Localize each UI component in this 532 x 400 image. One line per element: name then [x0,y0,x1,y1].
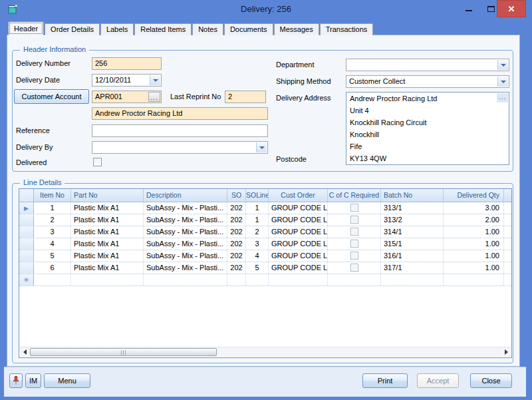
row-selector[interactable] [19,250,34,262]
col-cofc-required[interactable]: C of C Required [328,189,381,202]
address-lookup-icon[interactable]: ... [497,93,508,102]
delivery-address-label: Delivery Address [276,94,331,102]
col-so-line[interactable]: SOLine [246,189,269,202]
row-selector[interactable]: ✳ [19,274,34,286]
close-icon: ✕ [508,4,515,14]
delivery-number-field[interactable]: 256 [92,57,162,70]
tab-order-details[interactable]: Order Details [45,23,100,35]
close-button[interactable]: Close [470,373,512,388]
close-window-button[interactable]: ✕ [497,0,526,17]
table-row[interactable]: 3 Plastic Mix A1 SubAssy - Mix - Plasti.… [19,226,511,238]
line-details-grid: Item No Part No Description SO SOLine Cu… [19,188,512,358]
tab-header[interactable]: Header [8,21,44,35]
tab-related-items[interactable]: Related Items [134,23,192,35]
menu-button[interactable]: Menu [44,373,90,388]
col-batch-no[interactable]: Batch No [381,189,444,202]
delivered-label: Delivered [16,158,47,166]
scroll-left-icon[interactable] [20,347,29,357]
new-row-icon: ✳ [23,276,29,284]
delivery-date-field[interactable]: 12/10/2011 [92,74,162,87]
tab-labels[interactable]: Labels [100,23,134,35]
reference-field[interactable] [92,124,268,137]
group-title: Header Information [20,45,89,53]
customer-name-field[interactable]: Andrew Proctor Racing Ltd [92,107,268,120]
reference-label: Reference [16,126,50,134]
address-line: Knockhill [346,128,509,140]
table-row[interactable]: 5 Plastic Mix A1 SubAssy - Mix - Plasti.… [19,250,511,262]
shipping-method-label: Shipping Method [276,77,331,85]
row-selector[interactable] [19,214,34,226]
address-line: Fife [346,140,509,152]
maximize-icon [487,6,495,12]
cofc-checkbox[interactable] [350,240,358,248]
row-selector-header [19,189,34,202]
row-selector[interactable] [19,262,34,274]
last-reprint-label: Last Reprint No [170,93,221,100]
row-selector[interactable] [19,226,34,238]
cofc-checkbox[interactable] [350,264,358,272]
delivery-window: Delivery: 256 ✕ Header Order Details Lab… [0,0,532,400]
minimize-icon [466,10,472,11]
scrollbar-thumb[interactable] [30,348,217,356]
pushpin-icon [12,375,20,385]
account-lookup-icon[interactable]: ... [148,92,160,102]
current-row-arrow-icon: ▶ [24,205,29,212]
cofc-checkbox[interactable] [350,216,358,224]
accept-button: Accept [417,373,459,388]
col-item-no[interactable]: Item No [34,189,71,202]
row-selector[interactable] [19,238,34,250]
table-row[interactable]: 4 Plastic Mix A1 SubAssy - Mix - Plasti.… [19,238,511,250]
horizontal-scrollbar[interactable] [20,347,511,357]
address-line: Knockhill Racing Circuit [346,116,509,128]
table-row[interactable]: 2 Plastic Mix A1 SubAssy - Mix - Plasti.… [19,214,511,226]
table-row[interactable]: ▶ 1 Plastic Mix A1 SubAssy - Mix - Plast… [19,202,511,214]
scroll-right-icon[interactable] [501,347,511,357]
col-delivered-qty[interactable]: Delivered Qty [444,189,504,202]
group-title: Line Details [20,178,65,186]
address-line: KY13 4QW [346,152,509,164]
chevron-down-icon[interactable] [256,142,267,152]
delivery-number-label: Delivery Number [16,59,70,67]
col-part-no[interactable]: Part No [71,189,144,202]
print-button[interactable]: Print [362,373,408,388]
department-field[interactable] [346,59,509,71]
new-row[interactable]: ✳ [19,274,511,286]
delivery-by-label: Delivery By [16,143,53,151]
address-line: Unit 4 [346,104,509,116]
col-description[interactable]: Description [144,189,227,202]
tab-messages[interactable]: Messages [274,23,319,35]
delivery-by-field[interactable] [92,141,268,154]
delivery-address-field[interactable]: Andrew Proctor Racing Ltd Unit 4 Knockhi… [346,92,509,165]
cofc-checkbox[interactable] [350,204,358,212]
tab-strip: Header Order Details Labels Related Item… [8,21,374,35]
tab-notes[interactable]: Notes [192,23,223,35]
department-label: Department [276,61,314,69]
chevron-down-icon[interactable] [497,77,508,87]
pin-button[interactable] [9,373,23,388]
cofc-checkbox[interactable] [350,252,358,260]
im-button[interactable]: IM [25,373,41,388]
chevron-down-icon[interactable] [150,75,160,85]
col-so[interactable]: SO [227,189,246,202]
footer-bar: IM Menu Print Accept Close [4,367,526,397]
delivered-checkbox[interactable] [93,158,102,166]
last-reprint-field[interactable]: 2 [225,91,266,103]
customer-account-button[interactable]: Customer Account [14,89,89,104]
tab-transactions[interactable]: Transactions [320,23,374,35]
delivery-date-label: Delivery Date [16,76,60,84]
window-title: Delivery: 256 [0,0,532,18]
cofc-checkbox[interactable] [350,228,358,236]
tab-documents[interactable]: Documents [224,23,273,35]
shipping-method-field[interactable]: Customer Collect [346,75,509,88]
minimize-button[interactable] [461,0,477,17]
table-row[interactable]: 6 Plastic Mix A1 SubAssy - Mix - Plasti.… [19,262,511,274]
col-cust-order[interactable]: Cust Order [269,189,328,202]
address-line: Andrew Proctor Racing Ltd [346,93,509,104]
customer-account-field[interactable]: APR001 ... [92,91,162,103]
chevron-down-icon[interactable] [497,60,508,70]
title-bar: Delivery: 256 ✕ [0,0,532,19]
postcode-label: Postcode [276,155,307,163]
grid-header-row: Item No Part No Description SO SOLine Cu… [19,189,511,202]
row-selector[interactable]: ▶ [19,202,34,214]
